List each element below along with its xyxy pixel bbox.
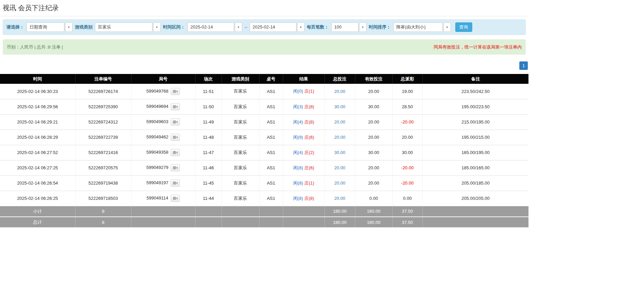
date-from-value[interactable]: 2025-02-14 xyxy=(187,22,234,32)
cell-valid-bet: 20.00 xyxy=(355,130,392,145)
column-header: 时间 xyxy=(0,74,75,84)
date-to-value[interactable]: 2025-02-14 xyxy=(250,22,296,32)
cell-result: 闲(4)庄(8) xyxy=(283,114,325,130)
chevron-down-icon[interactable]: ▼ xyxy=(297,22,305,32)
cell-game-type: 百家乐 xyxy=(222,99,259,114)
subtotal-row-cell xyxy=(283,206,325,217)
video-replay-button[interactable] xyxy=(171,103,180,110)
video-camera-icon xyxy=(173,135,178,139)
page: 视讯 会员下注纪录 请选择： 日期查询 ▼ 游戏类别 百家乐 ▼ 时间区间： 2… xyxy=(0,0,528,285)
page-size-select[interactable]: 100 ▼ xyxy=(331,22,367,32)
result-banker: 庄(2) xyxy=(305,150,314,155)
game-type-value[interactable]: 百家乐 xyxy=(95,22,152,32)
video-replay-button[interactable] xyxy=(171,88,180,95)
round-number: 599049279 xyxy=(146,165,168,170)
summary-warning-text: 同局有效投注，统一计算在该局第一张注单内 xyxy=(434,44,522,50)
result-player: 闲(4) xyxy=(293,119,303,125)
column-header: 结果 xyxy=(283,74,325,84)
date-from-picker[interactable]: 2025-02-14 ▼ xyxy=(187,22,242,32)
result-player: 闲(9) xyxy=(293,135,303,140)
chevron-down-icon[interactable]: ▼ xyxy=(153,22,161,32)
cell-round: 599049694 xyxy=(131,99,195,114)
query-button[interactable]: 查询 xyxy=(455,22,472,32)
pagination-top: 1 xyxy=(0,61,528,70)
video-replay-button[interactable] xyxy=(171,195,180,202)
table-footer: 小计8180.00160.0037.50总计8180.00160.0037.50 xyxy=(0,206,528,228)
date-to-picker[interactable]: 2025-02-14 ▼ xyxy=(250,22,305,32)
cell-round: 599049358 xyxy=(131,145,195,160)
total-row-cell: 180.00 xyxy=(325,217,355,228)
cell-valid-bet: 20.00 xyxy=(355,160,392,175)
total-bet-link[interactable]: 30.00 xyxy=(334,150,346,155)
cell-round: 599049114 xyxy=(131,191,195,206)
query-type-select[interactable]: 日期查询 ▼ xyxy=(26,22,72,32)
page-title: 视讯 会员下注纪录 xyxy=(0,0,528,16)
video-replay-button[interactable] xyxy=(171,118,180,126)
sort-order-label: 时间排序： xyxy=(369,24,391,30)
total-bet-link[interactable]: 20.00 xyxy=(334,180,346,186)
cell-round: 599049603 xyxy=(131,114,195,130)
column-header: 备注 xyxy=(422,74,528,84)
cell-total-bet: 20.00 xyxy=(325,175,355,191)
cell-result: 闲(4)庄(2) xyxy=(283,145,325,160)
chevron-down-icon[interactable]: ▼ xyxy=(235,22,242,32)
filter-bar: 请选择： 日期查询 ▼ 游戏类别 百家乐 ▼ 时间区间： 2025-02-14 … xyxy=(3,19,526,35)
cell-session: 11-44 xyxy=(195,191,222,206)
video-replay-button[interactable] xyxy=(171,164,180,171)
column-header: 桌号 xyxy=(259,74,283,84)
result-banker: 庄(1) xyxy=(305,89,314,94)
total-bet-link[interactable]: 20.00 xyxy=(334,135,346,140)
sort-order-select[interactable]: 降幂(由大到小) ▼ xyxy=(393,22,451,32)
total-bet-link[interactable]: 20.00 xyxy=(334,89,346,94)
video-replay-button[interactable] xyxy=(171,149,180,156)
cell-valid-bet: 20.00 xyxy=(355,114,392,130)
subtotal-row: 小计8180.00160.0037.50 xyxy=(0,206,528,217)
cell-result: 闲(9)庄(6) xyxy=(283,130,325,145)
cell-round: 599049768 xyxy=(131,84,195,99)
total-bet-link[interactable]: 20.00 xyxy=(334,196,346,201)
sort-order-value[interactable]: 降幂(由大到小) xyxy=(393,22,443,32)
game-type-select[interactable]: 百家乐 ▼ xyxy=(95,22,161,32)
result-player: 闲(8) xyxy=(293,196,303,201)
page-size-value[interactable]: 100 xyxy=(331,22,358,32)
cell-note: 195.00/215.00 xyxy=(422,130,528,145)
summary-currency-text: 币别：人民币 | 总共 :8 注单 | xyxy=(7,44,63,50)
cell-valid-bet: 20.00 xyxy=(355,84,392,99)
chevron-down-icon[interactable]: ▼ xyxy=(443,22,451,32)
column-header: 注单编号 xyxy=(75,74,131,84)
total-row-cell xyxy=(131,217,195,228)
round-number: 599049197 xyxy=(146,180,168,185)
video-replay-button[interactable] xyxy=(171,179,180,187)
cell-table-number: AS1 xyxy=(259,130,283,145)
subtotal-row-cell xyxy=(259,206,283,217)
cell-payout: -20.00 xyxy=(392,160,422,175)
table-header: 时间注单编号局号场次游戏类别桌号结果总投注有效投注总派彩备注 xyxy=(0,74,528,84)
game-type-label: 游戏类别 xyxy=(75,24,92,30)
cell-round: 599049197 xyxy=(131,175,195,191)
query-type-value[interactable]: 日期查询 xyxy=(26,22,64,32)
cell-result: 闲(8)庄(6) xyxy=(283,160,325,175)
cell-note: 165.00/195.00 xyxy=(422,145,528,160)
round-number: 599049603 xyxy=(146,119,168,124)
page-1-button[interactable]: 1 xyxy=(519,61,528,70)
cell-time: 2025-02-14 06:29:56 xyxy=(0,99,75,114)
table-row: 2025-02-14 06:26:25522269718503599049114… xyxy=(0,191,528,206)
cell-payout: 0.00 xyxy=(392,191,422,206)
total-bet-link[interactable]: 30.00 xyxy=(334,104,346,109)
cell-bet-id: 522269722739 xyxy=(75,130,131,145)
summary-bar: 币别：人民币 | 总共 :8 注单 | 同局有效投注，统一计算在该局第一张注单内 xyxy=(3,39,526,55)
total-bet-link[interactable]: 20.00 xyxy=(334,119,346,125)
video-camera-icon xyxy=(173,151,178,154)
round-number: 599049768 xyxy=(146,89,168,94)
video-replay-button[interactable] xyxy=(171,134,180,141)
video-camera-icon xyxy=(173,196,178,200)
chevron-down-icon[interactable]: ▼ xyxy=(65,22,72,32)
chevron-down-icon[interactable]: ▼ xyxy=(359,22,367,32)
column-header: 总投注 xyxy=(325,74,355,84)
table-row: 2025-02-14 06:28:29522269722739599049462… xyxy=(0,130,528,145)
result-banker: 庄(6) xyxy=(305,165,314,170)
subtotal-row-cell: 180.00 xyxy=(325,206,355,217)
cell-note: 223.50/242.50 xyxy=(422,84,528,99)
cell-round: 599049462 xyxy=(131,130,195,145)
total-bet-link[interactable]: 20.00 xyxy=(334,165,346,170)
